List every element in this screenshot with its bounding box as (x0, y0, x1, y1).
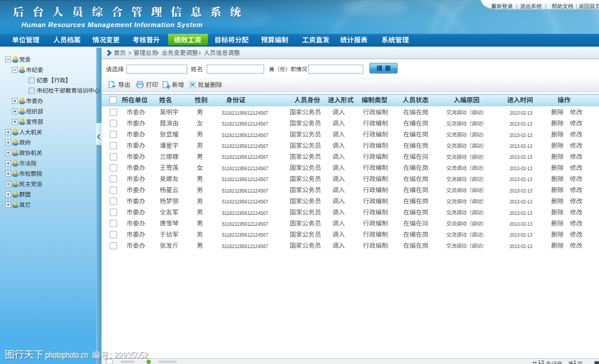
svg-text:1: 1 (574, 359, 577, 364)
svg-text:13: 13 (538, 359, 544, 364)
svg-text:photophoto.cn: photophoto.cn (45, 350, 88, 360)
svg-text:|: | (516, 4, 517, 10)
svg-text:|: | (575, 4, 577, 10)
svg-text:Human Resources Management Inf: Human Resources Management Information S… (22, 21, 203, 28)
svg-text:22935052: 22935052 (114, 351, 148, 360)
svg-text:|: | (545, 4, 546, 10)
